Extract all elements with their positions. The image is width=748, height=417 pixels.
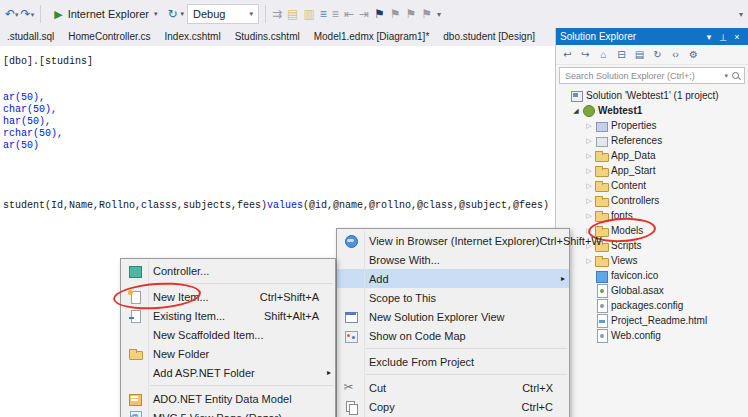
menu-item-label: New Folder: [148, 348, 209, 360]
code-text: (@id,@name,@rollno,@class,@subject,@fees…: [303, 200, 549, 211]
run-button[interactable]: ▶ Internet Explorer ▾: [47, 3, 164, 25]
tree-item[interactable]: Solution 'Webtest1' (1 project): [556, 88, 748, 103]
config-icon: [594, 299, 609, 312]
expander-icon[interactable]: [584, 182, 594, 189]
menu-item-label: New Solution Explorer View: [364, 311, 505, 323]
refresh-icon[interactable]: ↻: [649, 50, 666, 60]
menu-item[interactable]: Controller...: [121, 261, 335, 280]
expander-icon[interactable]: [584, 122, 594, 129]
menu-item[interactable]: New Solution Explorer View: [337, 307, 569, 326]
tree-item[interactable]: Web.config: [556, 328, 748, 343]
collapse-all-icon[interactable]: ⊟: [613, 50, 630, 60]
tree-item[interactable]: Properties: [556, 118, 748, 133]
back-icon[interactable]: ↩: [559, 50, 576, 60]
expander-icon[interactable]: [584, 227, 594, 234]
undo-caret-icon[interactable]: ▾: [15, 11, 19, 18]
tree-item[interactable]: favicon.ico: [556, 268, 748, 283]
next-bookmark-icon[interactable]: ⚑: [405, 8, 416, 20]
expander-icon[interactable]: [584, 152, 594, 159]
configuration-dropdown[interactable]: Debug ▾: [187, 4, 259, 24]
decrease-indent-icon[interactable]: ⇤: [344, 8, 354, 20]
menu-item[interactable]: MVC 5 View Page (Razor): [121, 408, 335, 417]
nav-icon-group: ↶▾↷▾: [5, 8, 34, 20]
tree-item-label: packages.config: [609, 300, 683, 311]
uncomment-icon[interactable]: ≡: [332, 8, 339, 20]
forward-icon[interactable]: ↪: [577, 50, 594, 60]
menu-item[interactable]: Add: [337, 269, 569, 288]
code-text: rchar(50),: [3, 128, 63, 139]
menu-item[interactable]: View in Browser (Internet Explorer) Ctrl…: [337, 231, 569, 250]
tree-item[interactable]: Webtest1: [556, 103, 748, 118]
menu-item[interactable]: ADO.NET Entity Data Model: [121, 389, 335, 408]
expander-icon[interactable]: [584, 257, 594, 264]
comment-icon[interactable]: ≡: [320, 8, 327, 20]
tree-item[interactable]: Project_Readme.html: [556, 313, 748, 328]
properties-icon[interactable]: ⚙: [685, 50, 702, 60]
solution-tree: Solution 'Webtest1' (1 project) Webtest1…: [556, 86, 748, 417]
solution-explorer-titlebar[interactable]: Solution Explorer ▾ ⊤ ×: [556, 28, 748, 45]
menu-item[interactable]: New Scaffolded Item...: [121, 325, 335, 344]
menu-item[interactable]: New Item... Ctrl+Shift+A: [121, 287, 335, 306]
tree-item[interactable]: Controllers: [556, 193, 748, 208]
menu-item[interactable]: Scope to This: [337, 288, 569, 307]
menu-icon-gutter: [121, 325, 148, 344]
home-icon[interactable]: ⌂: [595, 50, 612, 60]
show-all-files-icon[interactable]: ▤: [631, 50, 648, 60]
menu-item[interactable]: Copy Ctrl+C: [337, 397, 569, 416]
menu-item[interactable]: Show on Code Map: [337, 326, 569, 345]
menu-icon-gutter: [121, 306, 148, 325]
view-code-icon[interactable]: ‹›: [667, 50, 684, 60]
expander-icon[interactable]: [584, 167, 594, 174]
save-all-icon[interactable]: ▥: [303, 8, 314, 20]
new-file-icon[interactable]: ▤: [287, 8, 298, 20]
menu-item-label: Browse With...: [364, 254, 440, 266]
pin-icon[interactable]: ⊤: [716, 32, 730, 42]
clear-bookmarks-icon[interactable]: ⚑: [421, 8, 432, 20]
editor-tab[interactable]: Index.cshtml: [158, 28, 228, 46]
menu-item[interactable]: Exclude From Project: [337, 352, 569, 371]
undo-icon[interactable]: ↶: [5, 8, 15, 20]
toolbar-separator: [40, 5, 41, 23]
tree-item[interactable]: packages.config: [556, 298, 748, 313]
expander-icon[interactable]: [584, 197, 594, 204]
menu-icon-gutter: [337, 326, 364, 345]
expander-icon[interactable]: [571, 107, 581, 114]
menu-item[interactable]: Browse With...: [337, 250, 569, 269]
editor-tab[interactable]: dbo.student [Design]: [436, 28, 542, 46]
increase-indent-icon[interactable]: ⇥: [359, 8, 369, 20]
tree-item[interactable]: Content: [556, 178, 748, 193]
code-text: [dbo].[studins]: [3, 56, 93, 67]
attach-icon[interactable]: ⇉: [272, 8, 282, 20]
menu-separator: [366, 374, 567, 375]
folder-icon: [594, 179, 609, 192]
editor-tab[interactable]: HomeController.cs: [61, 28, 157, 46]
menu-item[interactable]: Add ASP.NET Folder: [121, 363, 335, 382]
browser-link-refresh-icon[interactable]: ↻: [167, 8, 177, 20]
expander-icon[interactable]: [584, 212, 594, 219]
redo-caret-icon[interactable]: ▾: [31, 11, 35, 18]
tree-item[interactable]: Global.asax: [556, 283, 748, 298]
menu-item[interactable]: New Folder: [121, 344, 335, 363]
editor-tab[interactable]: Model1.edmx [Diagram1]*: [307, 28, 437, 46]
search-box[interactable]: ▾: [559, 67, 745, 84]
menu-item[interactable]: Cut Ctrl+X: [337, 378, 569, 397]
overflow-chevron-icon[interactable]: ▾: [739, 10, 743, 19]
toolbar-options-chevron-icon[interactable]: ▾: [437, 10, 441, 19]
prev-bookmark-icon[interactable]: ⚑: [390, 8, 401, 20]
folder-icon: [594, 209, 609, 222]
tree-item-label: fonts: [609, 210, 633, 221]
editor-tab[interactable]: .studall.sql: [0, 28, 61, 46]
toggle-bookmark-icon[interactable]: ⚑: [374, 8, 385, 20]
menu-item[interactable]: Existing Item... Shift+Alt+A: [121, 306, 335, 325]
expander-icon[interactable]: [584, 137, 594, 144]
close-icon[interactable]: ×: [730, 32, 744, 42]
tree-item[interactable]: fonts: [556, 208, 748, 223]
tree-item[interactable]: App_Start: [556, 163, 748, 178]
redo-icon[interactable]: ↷: [21, 8, 31, 20]
tree-item[interactable]: App_Data: [556, 148, 748, 163]
tree-item[interactable]: References: [556, 133, 748, 148]
tree-item[interactable]: Views: [556, 253, 748, 268]
window-position-icon[interactable]: ▾: [702, 32, 716, 42]
search-input[interactable]: [563, 70, 724, 82]
editor-tab[interactable]: Studins.cshtml: [228, 28, 307, 46]
